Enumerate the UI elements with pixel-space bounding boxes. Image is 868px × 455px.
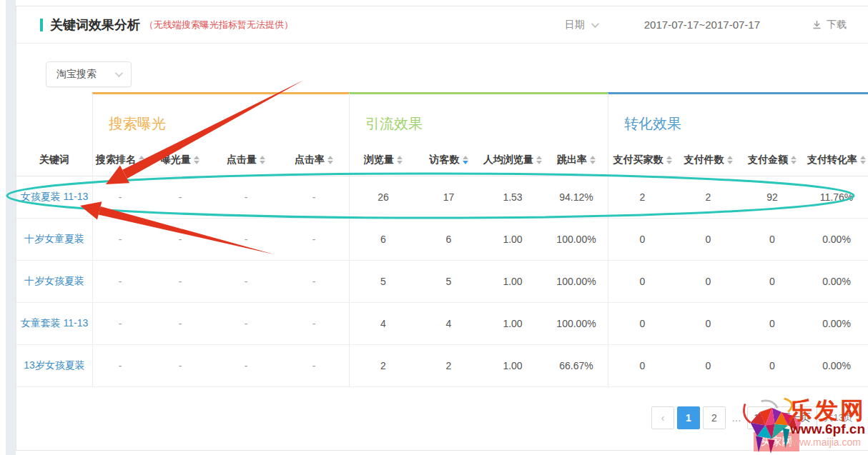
column-header-4[interactable]: 点击率 xyxy=(279,144,349,176)
table-cell: - xyxy=(92,261,147,302)
pagination-page-1[interactable]: 1 xyxy=(677,406,700,429)
table-cell: - xyxy=(147,303,213,344)
column-header-0: 关键词 xyxy=(16,144,92,176)
download-icon xyxy=(812,19,822,30)
sort-icon[interactable] xyxy=(139,156,144,164)
table-cell: - xyxy=(279,345,349,386)
table-cell: 0.00% xyxy=(804,219,868,260)
pagination-prev-button[interactable]: ‹ xyxy=(651,406,674,429)
table-cell: - xyxy=(92,303,147,344)
table-cell: - xyxy=(279,219,349,260)
pagination-total: 共13页 xyxy=(824,411,853,424)
table-cell: - xyxy=(279,303,349,344)
table-cell: 0.00% xyxy=(804,345,868,386)
sort-icon[interactable] xyxy=(727,156,733,164)
keyword-cell[interactable]: 13岁女孩夏装 xyxy=(16,345,92,386)
keyword-cell[interactable]: 十岁女童夏装 xyxy=(16,219,92,260)
table-cell: 6 xyxy=(417,219,480,260)
column-header-3[interactable]: 点击量 xyxy=(213,144,279,176)
column-group-label: 引流效果 xyxy=(365,114,423,134)
column-group-3: 转化效果 xyxy=(608,92,868,144)
sort-icon[interactable] xyxy=(666,156,672,164)
column-header-label: 浏览量 xyxy=(364,154,394,166)
table-cell: 100.00% xyxy=(545,303,608,344)
table-cell: 0 xyxy=(676,303,740,344)
table-cell: 2 xyxy=(608,176,676,218)
sort-icon[interactable] xyxy=(860,156,866,164)
column-header-2[interactable]: 曝光量 xyxy=(147,144,213,176)
column-group-1: 搜索曝光 xyxy=(92,92,349,144)
table-cell: 1.00 xyxy=(480,303,545,344)
keyword-table: 搜索曝光引流效果转化效果 关键词搜索排名曝光量点击量点击率浏览量访客数人均浏览量… xyxy=(16,92,868,387)
pagination: ‹12…13下一页共13页 xyxy=(651,406,853,429)
table-cell: 2 xyxy=(676,176,740,218)
sort-icon[interactable] xyxy=(791,156,797,164)
column-header-11[interactable]: 支付金额 xyxy=(740,144,804,176)
page-left-gutter xyxy=(6,0,16,455)
keyword-cell[interactable]: 女童套装 11-13 xyxy=(16,303,92,344)
sort-icon[interactable] xyxy=(590,156,596,164)
column-header-label: 关键词 xyxy=(39,154,69,166)
keyword-cell[interactable]: 女孩夏装 11-13 xyxy=(16,176,92,218)
table-cell: 5 xyxy=(417,261,480,302)
table-cell: 0 xyxy=(740,261,804,302)
sort-icon[interactable] xyxy=(194,156,199,164)
column-header-9[interactable]: 支付买家数 xyxy=(608,144,676,176)
column-header-8[interactable]: 跳出率 xyxy=(545,144,608,176)
sort-icon[interactable] xyxy=(536,156,542,164)
table-cell: - xyxy=(147,219,213,260)
column-header-12[interactable]: 支付转化率 xyxy=(804,144,868,176)
pagination-page-2[interactable]: 2 xyxy=(703,406,726,429)
table-body: 女孩夏装 11-13----26171.5394.12%229211.76%十岁… xyxy=(16,176,868,387)
table-cell: 1.00 xyxy=(480,345,545,386)
keyword-analysis-panel: 关键词效果分析 （无线端搜索曝光指标暂无法提供） 日期 2017-07-17~2… xyxy=(16,6,868,451)
panel-note: （无线端搜索曝光指标暂无法提供） xyxy=(144,19,293,31)
table-cell: - xyxy=(213,345,279,386)
column-group-label: 搜索曝光 xyxy=(109,114,166,134)
chevron-down-icon xyxy=(115,69,123,77)
column-header-6[interactable]: 访客数 xyxy=(417,144,480,176)
table-row: 十岁女童夏装----661.00100.00%0000.00% xyxy=(16,219,868,261)
column-header-1[interactable]: 搜索排名 xyxy=(92,144,147,176)
column-header-5[interactable]: 浏览量 xyxy=(349,144,417,176)
column-header-10[interactable]: 支付件数 xyxy=(676,144,740,176)
table-cell: 4 xyxy=(417,303,480,344)
table-cell: - xyxy=(279,176,349,218)
channel-select-dropdown[interactable]: 淘宝搜索 xyxy=(46,61,132,87)
title-accent-bar xyxy=(40,19,43,31)
column-header-label: 点击量 xyxy=(227,154,257,166)
sort-icon[interactable] xyxy=(327,156,333,164)
table-cell: 66.67% xyxy=(545,345,608,386)
sort-icon[interactable] xyxy=(463,156,468,164)
column-group-row: 搜索曝光引流效果转化效果 xyxy=(16,92,868,144)
column-header-label: 跳出率 xyxy=(557,154,587,166)
table-cell: - xyxy=(147,261,213,302)
panel-title: 关键词效果分析 xyxy=(50,16,140,34)
table-cell: 17 xyxy=(417,176,480,218)
column-group-label: 转化效果 xyxy=(624,114,681,134)
sort-icon[interactable] xyxy=(260,156,265,164)
table-cell: 0 xyxy=(608,261,676,302)
download-button[interactable]: 下载 xyxy=(812,19,847,31)
table-cell: - xyxy=(92,345,147,386)
sort-icon[interactable] xyxy=(397,156,403,164)
date-dropdown[interactable]: 日期 xyxy=(565,19,597,31)
column-header-label: 人均浏览量 xyxy=(483,154,533,166)
column-header-7[interactable]: 人均浏览量 xyxy=(480,144,545,176)
table-cell: - xyxy=(213,303,279,344)
column-header-label: 搜索排名 xyxy=(96,154,136,166)
column-header-label: 点击率 xyxy=(295,154,325,166)
pagination-next-button[interactable]: 下一页 xyxy=(774,406,817,429)
table-row: 十岁女孩夏装----551.00100.00%0000.00% xyxy=(16,261,868,303)
table-cell: 1.00 xyxy=(480,219,545,260)
table-cell: 0.00% xyxy=(804,261,868,302)
pagination-page-13[interactable]: 13 xyxy=(747,406,771,429)
table-cell: 0 xyxy=(608,345,676,386)
date-label: 日期 xyxy=(565,19,585,31)
table-cell: 11.76% xyxy=(804,176,868,218)
channel-select-value: 淘宝搜索 xyxy=(56,68,97,81)
keyword-cell[interactable]: 十岁女孩夏装 xyxy=(16,261,92,302)
table-cell: 2 xyxy=(417,345,480,386)
table-cell: 1.53 xyxy=(480,176,545,218)
table-cell: - xyxy=(213,261,279,302)
